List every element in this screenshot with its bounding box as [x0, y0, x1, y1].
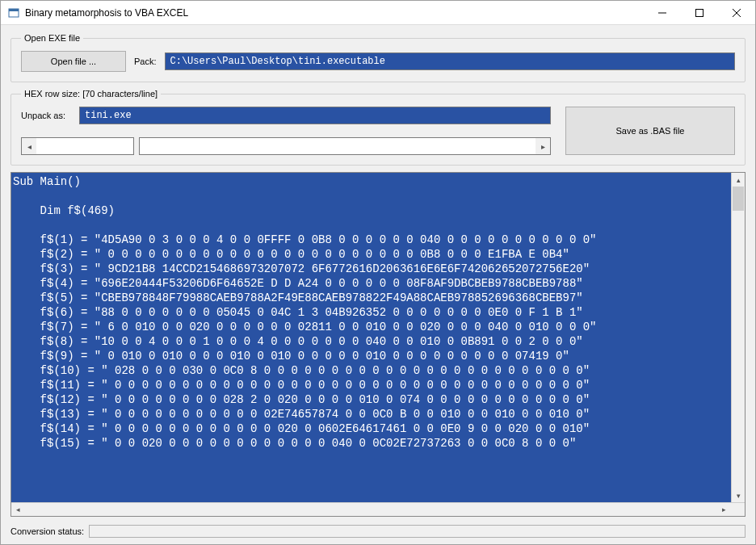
- status-bar: Conversion status:: [10, 523, 746, 538]
- hex-row-group: HEX row size: [70 characters/line] Unpac…: [10, 89, 746, 166]
- unpack-filename-input[interactable]: [79, 107, 551, 124]
- unpack-label: Unpack as:: [21, 111, 71, 120]
- vertical-scrollbar[interactable]: ▴ ▾: [731, 173, 745, 502]
- titlebar: Binary metamorphosis to VBA EXCEL: [1, 1, 755, 25]
- scroll-down-icon[interactable]: ▾: [732, 488, 745, 502]
- close-button[interactable]: [718, 1, 755, 24]
- hex-row-legend: HEX row size: [70 characters/line]: [21, 89, 161, 99]
- client-area: Open EXE file Open file ... Pack: HEX ro…: [1, 25, 755, 544]
- open-file-legend: Open EXE file: [21, 33, 83, 43]
- hex-right-scrollbox[interactable]: ▸: [139, 137, 551, 155]
- hex-left-scrollbox[interactable]: ◂: [21, 137, 134, 155]
- app-icon: [7, 6, 20, 19]
- horizontal-scrollbar[interactable]: ◂ ▸: [11, 502, 745, 516]
- svg-rect-1: [9, 9, 19, 11]
- scroll-right-icon[interactable]: ▸: [536, 138, 550, 154]
- scroll-left-icon[interactable]: ◂: [11, 503, 25, 516]
- status-label: Conversion status:: [10, 526, 84, 536]
- status-field: [89, 525, 746, 538]
- minimize-button[interactable]: [644, 1, 681, 24]
- code-output-box: Sub Main() Dim f$(469) f$(1) = "4D5A90 0…: [10, 172, 746, 517]
- svg-rect-3: [696, 9, 704, 16]
- maximize-button[interactable]: [681, 1, 718, 24]
- save-bas-button[interactable]: Save as .BAS file: [565, 107, 735, 155]
- scroll-thumb[interactable]: [733, 187, 744, 211]
- scroll-right-icon[interactable]: ▸: [717, 503, 731, 516]
- window-title: Binary metamorphosis to VBA EXCEL: [25, 7, 644, 19]
- pack-label: Pack:: [134, 57, 157, 66]
- pack-path-input[interactable]: [165, 52, 735, 70]
- window-controls: [644, 1, 755, 24]
- scroll-left-icon[interactable]: ◂: [22, 138, 36, 154]
- scroll-up-icon[interactable]: ▴: [732, 173, 745, 187]
- app-window: Binary metamorphosis to VBA EXCEL Open E…: [0, 0, 756, 545]
- open-file-button[interactable]: Open file ...: [21, 51, 126, 72]
- open-file-group: Open EXE file Open file ... Pack:: [10, 33, 746, 82]
- code-textarea[interactable]: Sub Main() Dim f$(469) f$(1) = "4D5A90 0…: [11, 173, 745, 502]
